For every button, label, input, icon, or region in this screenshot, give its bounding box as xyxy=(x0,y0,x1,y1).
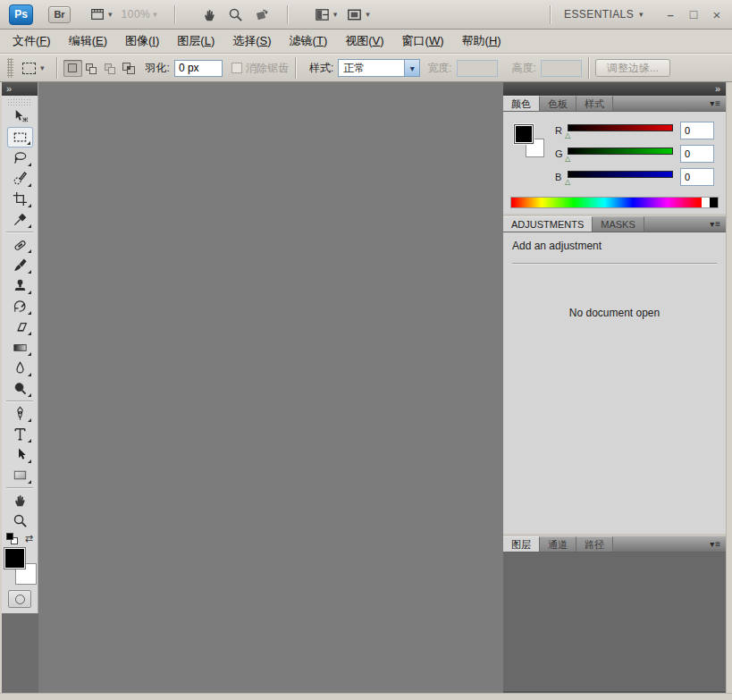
tab-color[interactable]: 颜色 xyxy=(503,96,540,111)
menu-file[interactable]: 文件(F) xyxy=(4,30,60,53)
layers-panel-body[interactable] xyxy=(503,552,726,693)
tab-channels[interactable]: 通道 xyxy=(540,536,576,552)
minimize-button[interactable] xyxy=(664,8,677,21)
slider-marker-icon[interactable] xyxy=(565,155,570,163)
red-channel-value-input[interactable] xyxy=(680,122,714,139)
clone-stamp-tool-button[interactable] xyxy=(7,275,33,296)
menu-edit[interactable]: 编辑(E) xyxy=(60,30,116,53)
panel-menu-icon[interactable] xyxy=(710,98,721,108)
hand-tool-button[interactable] xyxy=(198,4,222,25)
black-shortcut-swatch[interactable] xyxy=(710,198,718,207)
refine-edge-button[interactable]: 调整边缘... xyxy=(595,59,670,77)
eyedropper-tool-button[interactable] xyxy=(7,209,33,230)
menu-select[interactable]: 选择(S) xyxy=(223,30,280,53)
menu-filter[interactable]: 滤镜(T) xyxy=(281,30,337,53)
foreground-color-swatch[interactable] xyxy=(514,124,534,144)
intersect-selection-mode-button[interactable] xyxy=(120,60,139,77)
menu-help[interactable]: 帮助(H) xyxy=(453,30,510,53)
zoom-tool-sidebar-button[interactable] xyxy=(7,510,33,531)
hand-tool-sidebar-button[interactable] xyxy=(7,490,33,510)
screen-mode-button[interactable] xyxy=(342,4,374,25)
rectangle-tool-button[interactable] xyxy=(7,465,33,485)
style-select[interactable]: 正常 xyxy=(338,59,420,77)
quick-selection-tool-button[interactable] xyxy=(7,168,33,189)
crop-tool-button[interactable] xyxy=(7,189,33,209)
green-channel-value-input[interactable] xyxy=(680,145,714,163)
tab-swatches[interactable]: 色板 xyxy=(540,96,576,111)
new-selection-mode-button[interactable] xyxy=(63,60,82,77)
gradient-tool-button[interactable] xyxy=(7,337,33,358)
tab-styles[interactable]: 样式 xyxy=(576,96,613,111)
zoom-tool-button[interactable] xyxy=(223,4,248,25)
slider-marker-icon[interactable] xyxy=(565,131,570,139)
path-selection-tool-button[interactable] xyxy=(7,444,33,465)
green-channel-slider[interactable] xyxy=(568,148,673,155)
menu-window[interactable]: 窗口(W) xyxy=(393,30,453,53)
blue-channel-row: B xyxy=(555,167,717,187)
blue-channel-slider[interactable] xyxy=(568,171,673,178)
quick-mask-icon xyxy=(15,595,25,604)
brush-tool-button[interactable] xyxy=(7,255,33,275)
spot-healing-brush-tool-button[interactable] xyxy=(7,234,33,255)
blur-icon xyxy=(12,359,29,376)
tab-masks[interactable]: MASKS xyxy=(593,216,644,232)
blue-channel-value-input[interactable] xyxy=(680,168,714,186)
rectangular-marquee-icon xyxy=(12,129,29,146)
tools-panel xyxy=(2,82,38,613)
foreground-color-swatch[interactable] xyxy=(4,547,26,569)
options-bar-grip[interactable] xyxy=(7,58,13,78)
blur-tool-button[interactable] xyxy=(7,358,33,378)
rotate-view-icon xyxy=(253,6,270,23)
feather-input[interactable] xyxy=(174,60,223,77)
panel-menu-icon[interactable] xyxy=(710,539,721,549)
view-extras-button[interactable] xyxy=(86,4,116,24)
tools-panel-collapse-button[interactable] xyxy=(2,82,38,96)
green-channel-row: G xyxy=(555,144,717,164)
width-input[interactable] xyxy=(457,60,498,77)
subtract-from-selection-mode-button[interactable] xyxy=(101,60,120,77)
tab-adjustments[interactable]: ADJUSTMENTS xyxy=(503,216,593,232)
workspace-switcher[interactable]: ESSENTIALS xyxy=(564,8,644,21)
menu-layer[interactable]: 图层(L) xyxy=(168,30,223,53)
pen-tool-button[interactable] xyxy=(7,403,33,424)
spectrum-gradient[interactable] xyxy=(511,198,702,207)
tool-preset-picker[interactable] xyxy=(17,60,50,77)
dock-collapse-button[interactable] xyxy=(503,82,726,96)
eraser-tool-button[interactable] xyxy=(7,316,33,337)
rotate-view-button[interactable] xyxy=(249,4,273,25)
lasso-tool-button[interactable] xyxy=(7,148,33,168)
eyedropper-icon xyxy=(12,211,29,228)
tab-paths[interactable]: 路径 xyxy=(576,536,613,552)
default-colors-button[interactable] xyxy=(6,533,18,544)
quick-mask-mode-button[interactable] xyxy=(8,590,31,608)
red-channel-slider[interactable] xyxy=(568,124,673,131)
rectangular-marquee-tool-button[interactable] xyxy=(7,127,33,148)
height-input[interactable] xyxy=(541,60,582,77)
type-tool-button[interactable] xyxy=(7,424,33,444)
slider-marker-icon[interactable] xyxy=(565,178,570,186)
hand-icon xyxy=(201,6,218,23)
color-spectrum-ramp[interactable] xyxy=(510,197,719,208)
zoom-level-control[interactable]: 100% xyxy=(118,6,161,22)
layers-panel-tabbar: 图层 通道 路径 xyxy=(503,536,726,552)
tab-layers[interactable]: 图层 xyxy=(503,536,540,552)
menu-view[interactable]: 视图(V) xyxy=(336,30,392,53)
tools-panel-grip[interactable] xyxy=(7,98,32,105)
close-button[interactable] xyxy=(711,7,723,22)
chevron-down-icon[interactable] xyxy=(404,60,419,76)
menu-image[interactable]: 图像(I) xyxy=(116,30,168,53)
white-shortcut-swatch[interactable] xyxy=(702,198,710,207)
antialias-checkbox[interactable] xyxy=(231,63,242,73)
swap-colors-icon[interactable] xyxy=(25,533,33,544)
maximize-button[interactable] xyxy=(687,7,700,21)
history-brush-tool-button[interactable] xyxy=(7,296,33,316)
launch-bridge-button[interactable]: Br xyxy=(48,6,71,23)
document-canvas-area[interactable] xyxy=(38,82,503,693)
workspace-label: ESSENTIALS xyxy=(564,8,634,21)
dodge-tool-button[interactable] xyxy=(7,378,33,399)
path-selection-icon xyxy=(12,446,29,463)
panel-menu-icon[interactable] xyxy=(710,219,721,229)
add-to-selection-mode-button[interactable] xyxy=(82,60,101,77)
move-tool-button[interactable] xyxy=(7,106,33,127)
arrange-documents-button[interactable] xyxy=(310,4,341,25)
